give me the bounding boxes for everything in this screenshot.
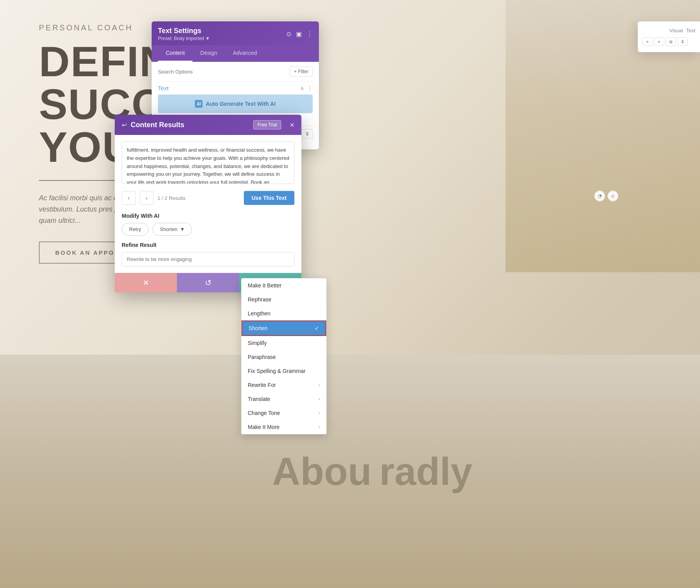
filter-button[interactable]: + Filter [290,66,313,77]
refine-input[interactable] [122,252,294,266]
shorten-label: Shorten [160,226,178,232]
about-text: Abou [272,449,371,494]
ts-search-row: + Filter [158,66,313,77]
reset-icon: ↺ [205,278,212,287]
dropdown-arrow-icon: › [318,382,320,388]
reset-action-button[interactable]: ↺ [177,273,239,292]
edit-icon-1[interactable]: ◔ [594,191,605,201]
cr-panel-header: ↩ Content Results Free Trial × [115,115,301,135]
ts-header-icons: ⊙ ▣ ⋮ [286,30,313,38]
cr-panel-body: ‹ › 1 / 2 Results Use This Text Modify W… [115,135,301,273]
dropdown-arrow-icon: › [318,424,320,430]
ts-panel-header: Text Settings Preset: Body imported ▼ ⊙ … [152,21,319,45]
tab-advanced[interactable]: Advanced [225,45,265,62]
content-textarea[interactable] [122,141,294,184]
refine-section-title: Refine Result [122,242,294,248]
rp-visual-text-row: Visual Text [642,28,695,33]
shorten-dropdown-menu: Make It BetterRephraseLengthenShorten✓Si… [241,278,327,434]
content-results-panel: ↩ Content Results Free Trial × ‹ › 1 / 2… [115,115,301,292]
cancel-action-button[interactable]: ✕ [115,273,177,292]
ts-text-section-header: Text ∧ ⋮ [158,81,313,94]
cr-navigation-row: ‹ › 1 / 2 Results Use This Text [122,191,294,205]
dropdown-item-make-it-more[interactable]: Make It More› [242,420,326,434]
cr-panel-title: Content Results [131,121,184,129]
ai-btn-label: Auto Generate Text With AI [206,101,276,107]
dropdown-item-label: Make It Better [248,282,282,289]
dropdown-item-label: Rephrase [248,296,271,303]
modify-section-title: Modify With AI [122,213,294,219]
dropdown-item-simplify[interactable]: Simplify [242,336,326,350]
dropdown-item-make-it-better[interactable]: Make It Better [242,278,326,292]
ts-collapse-icon[interactable]: ∧ [300,85,304,91]
ai-icon: AI [195,100,203,108]
dropdown-arrow-icon: › [318,410,320,416]
dropdown-item-label: Rewrite For [248,382,276,388]
dropdown-item-change-tone[interactable]: Change Tone› [242,406,326,420]
dropdown-item-label: Paraphrase [248,354,276,360]
dropdown-item-shorten[interactable]: Shorten✓ [242,320,326,336]
rp-toolbar-icons: ≡ ≡ ⊞ $ [642,37,695,46]
cr-header-right: Free Trial × [253,120,294,130]
ts-icon-more[interactable]: ⋮ [306,30,313,38]
tab-design[interactable]: Design [192,45,225,62]
dropdown-item-label: Change Tone [248,410,280,416]
dropdown-check-icon: ✓ [315,325,319,331]
use-this-text-button[interactable]: Use This Text [244,191,294,205]
dropdown-item-lengthen[interactable]: Lengthen [242,306,326,320]
ts-icon-expand[interactable]: ⊙ [286,30,291,38]
tab-content[interactable]: Content [158,45,192,62]
cr-page-info: 1 / 2 Results [158,195,240,201]
edit-icon-2[interactable]: ☺ [607,191,618,201]
dropdown-item-translate[interactable]: Translate› [242,392,326,406]
ts-header-text: Text Settings Preset: Body imported ▼ [158,27,210,41]
modify-buttons-row: Retry Shorten ▼ [122,223,294,236]
rp-align-btn[interactable]: ≡ [642,37,653,46]
dropdown-item-label: Lengthen [248,310,270,317]
currency-btn[interactable]: $ [302,129,313,138]
cr-next-button[interactable]: › [140,191,154,205]
shorten-dropdown-arrow: ▼ [180,226,185,232]
retry-button[interactable]: Retry [122,223,149,236]
dropdown-arrow-icon: › [318,396,320,402]
ts-section-controls: ∧ ⋮ [300,85,313,91]
cancel-icon: ✕ [143,278,149,287]
rp-text-label: Text [686,28,695,33]
dropdown-item-paraphrase[interactable]: Paraphrase [242,350,326,364]
auto-generate-ai-button[interactable]: AI Auto Generate Text With AI [158,94,313,113]
ts-tabs-bar: Content Design Advanced [152,45,319,62]
search-input[interactable] [158,69,287,75]
cr-prev-button[interactable]: ‹ [122,191,136,205]
dropdown-item-fix-spelling-&-grammar[interactable]: Fix Spelling & Grammar [242,364,326,378]
dropdown-item-rewrite-for[interactable]: Rewrite For› [242,378,326,392]
ts-panel-subtitle: Preset: Body imported ▼ [158,36,210,41]
dropdown-item-label: Fix Spelling & Grammar [248,368,306,374]
ts-more-icon[interactable]: ⋮ [307,85,313,91]
content-edit-icons: ◔ ☺ [594,191,618,201]
cr-back-arrow-icon[interactable]: ↩ [122,121,127,129]
bottom-section: Abou radly [0,355,700,588]
dropdown-item-label: Translate [248,396,270,402]
ts-icon-layout[interactable]: ▣ [296,30,302,38]
shorten-button[interactable]: Shorten ▼ [152,223,192,236]
rp-grid-btn[interactable]: ⊞ [666,37,676,46]
rp-dollar-btn[interactable]: $ [677,37,688,46]
refine-result-section: Refine Result [122,242,294,266]
dropdown-item-label: Simplify [248,340,267,346]
rp-visual-label: Visual [669,28,683,33]
cr-header-left: ↩ Content Results [122,121,184,129]
right-panel-partial: Visual Text ≡ ≡ ⊞ $ [638,21,700,52]
refine-input-row [122,252,294,266]
ts-section-title: Text [158,85,169,91]
modify-with-ai-section: Modify With AI Retry Shorten ▼ [122,213,294,236]
rp-align2-btn[interactable]: ≡ [654,37,664,46]
dropdown-item-label: Shorten [248,325,268,331]
free-trial-badge[interactable]: Free Trial [253,120,282,130]
dropdown-item-label: Make It More [248,424,280,430]
dropdown-item-rephrase[interactable]: Rephrase [242,292,326,306]
background-website: PERSONAL COACH DEFINE SUCCESS IN YOUR LI… [0,0,700,588]
ts-panel-title: Text Settings [158,27,210,35]
cr-close-button[interactable]: × [290,121,294,130]
gradually-text: radly [379,449,472,494]
